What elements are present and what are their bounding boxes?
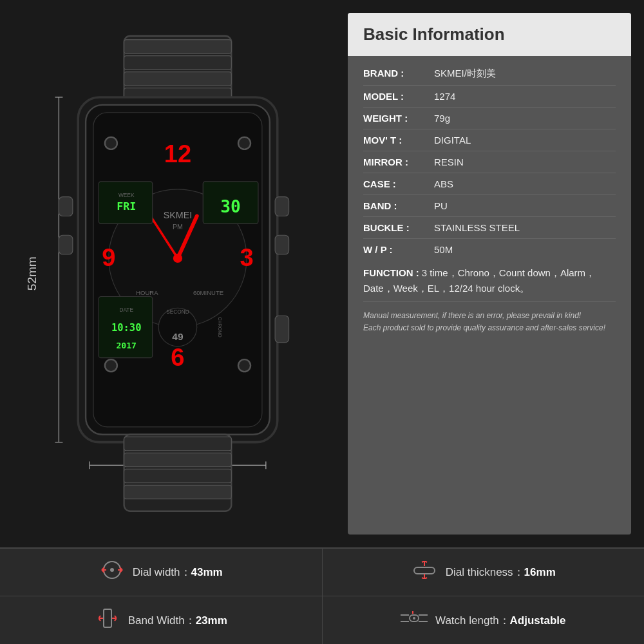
svg-point-36 [238, 359, 251, 372]
spec-dial-width: Dial width：43mm [0, 549, 323, 596]
function-key: FUNCTION : [363, 267, 419, 278]
svg-text:30: 30 [220, 197, 241, 216]
main-container: 52mm 43mm [0, 0, 644, 644]
svg-text:52mm: 52mm [25, 256, 39, 290]
svg-text:SECOND: SECOND [166, 308, 189, 315]
svg-rect-52 [124, 453, 232, 466]
svg-rect-63 [414, 567, 435, 574]
spec-watch-length: Watch length：Adjustable [323, 596, 645, 644]
row-key: CASE : [363, 178, 434, 189]
row-value: DIGITAL [434, 135, 616, 146]
row-key: BUCKLE : [363, 222, 434, 233]
watch-length-icon [401, 609, 428, 632]
info-row: MODEL :1274 [363, 86, 616, 108]
info-row: W / P :50M [363, 239, 616, 260]
info-body: BRAND :SKMEI/时刻美MODEL :1274WEIGHT :79gMO… [348, 56, 631, 345]
top-section: 52mm 43mm [0, 0, 644, 547]
svg-rect-51 [124, 437, 232, 450]
info-panel: Basic Information BRAND :SKMEI/时刻美MODEL … [348, 13, 631, 535]
watch-area: 52mm 43mm [13, 13, 335, 535]
dial-thickness-icon [411, 561, 438, 583]
svg-text:6: 6 [171, 344, 184, 371]
function-row: FUNCTION : 3 time，Chrono，Count down，Alar… [363, 260, 616, 302]
info-row: MIRROR :RESIN [363, 151, 616, 173]
svg-text:9: 9 [102, 244, 115, 271]
row-value: 50M [434, 244, 616, 255]
spec-dial-thickness: Dial thickness：16mm [323, 549, 645, 596]
info-note: Manual measurement, if there is an error… [363, 310, 616, 334]
row-value: SKMEI/时刻美 [434, 68, 616, 80]
row-value: 1274 [434, 91, 616, 102]
watch-length-label: Watch length：Adjustable [435, 613, 566, 628]
svg-text:WEEK: WEEK [118, 192, 135, 198]
dial-width-label: Dial width：43mm [133, 565, 223, 580]
info-row: BUCKLE :STAINLESS STEEL [363, 217, 616, 239]
svg-text:HOURA: HOURA [136, 289, 158, 296]
svg-text:60MINUTE: 60MINUTE [193, 289, 223, 296]
svg-text:49: 49 [172, 331, 184, 342]
svg-rect-16 [275, 235, 289, 254]
svg-rect-54 [124, 485, 232, 498]
note-line2: Each product sold to provide quality ass… [363, 322, 616, 334]
svg-text:3: 3 [240, 244, 254, 271]
spec-band-width: Band Width：23mm [0, 596, 323, 644]
svg-rect-19 [59, 235, 72, 254]
row-value: 79g [434, 113, 616, 124]
svg-text:FRI: FRI [117, 200, 136, 213]
dial-width-icon [99, 558, 125, 587]
svg-rect-53 [124, 469, 232, 482]
svg-rect-10 [124, 56, 232, 70]
info-row: BAND :PU [363, 195, 616, 217]
svg-point-83 [413, 617, 415, 620]
svg-rect-9 [124, 40, 232, 53]
info-row: MOV' T :DIGITAL [363, 129, 616, 151]
info-title: Basic Information [348, 13, 631, 56]
svg-point-33 [105, 137, 117, 149]
band-width-icon [95, 606, 120, 635]
svg-point-35 [105, 359, 117, 372]
svg-text:CHRONO: CHRONO [217, 317, 222, 337]
svg-text:10:30: 10:30 [111, 322, 142, 334]
info-row: WEIGHT :79g [363, 108, 616, 129]
svg-point-56 [110, 568, 114, 572]
row-key: BAND : [363, 200, 434, 211]
svg-text:12: 12 [164, 140, 191, 167]
row-value: PU [434, 200, 616, 211]
bottom-specs-bar: Dial width：43mm Dia [0, 547, 644, 644]
svg-rect-18 [59, 197, 72, 216]
svg-rect-15 [275, 197, 289, 216]
info-row: CASE :ABS [363, 173, 616, 195]
svg-rect-70 [104, 609, 111, 627]
info-rows-container: BRAND :SKMEI/时刻美MODEL :1274WEIGHT :79gMO… [363, 62, 616, 260]
svg-point-34 [238, 137, 251, 149]
dial-thickness-label: Dial thickness：16mm [446, 565, 556, 580]
svg-rect-11 [124, 72, 232, 86]
row-key: MOV' T : [363, 135, 434, 146]
band-width-label: Band Width：23mm [128, 613, 227, 628]
svg-text:PM: PM [173, 223, 183, 231]
row-key: MIRROR : [363, 156, 434, 167]
svg-rect-17 [275, 316, 289, 343]
info-row: BRAND :SKMEI/时刻美 [363, 62, 616, 86]
watch-diagram: 52mm 43mm [13, 13, 335, 535]
row-key: MODEL : [363, 91, 434, 102]
svg-text:2017: 2017 [116, 341, 137, 350]
svg-text:DATE: DATE [119, 307, 133, 313]
specs-row-2: Band Width：23mm [0, 596, 644, 644]
row-key: WEIGHT : [363, 113, 434, 124]
row-value: STAINLESS STEEL [434, 222, 616, 233]
note-line1: Manual measurement, if there is an error… [363, 310, 616, 322]
row-key: BRAND : [363, 68, 434, 79]
row-key: W / P : [363, 244, 434, 255]
svg-text:SKMEI: SKMEI [164, 210, 192, 220]
row-value: RESIN [434, 156, 616, 167]
svg-point-32 [173, 254, 182, 263]
row-value: ABS [434, 178, 616, 189]
specs-row-1: Dial width：43mm Dia [0, 549, 644, 597]
